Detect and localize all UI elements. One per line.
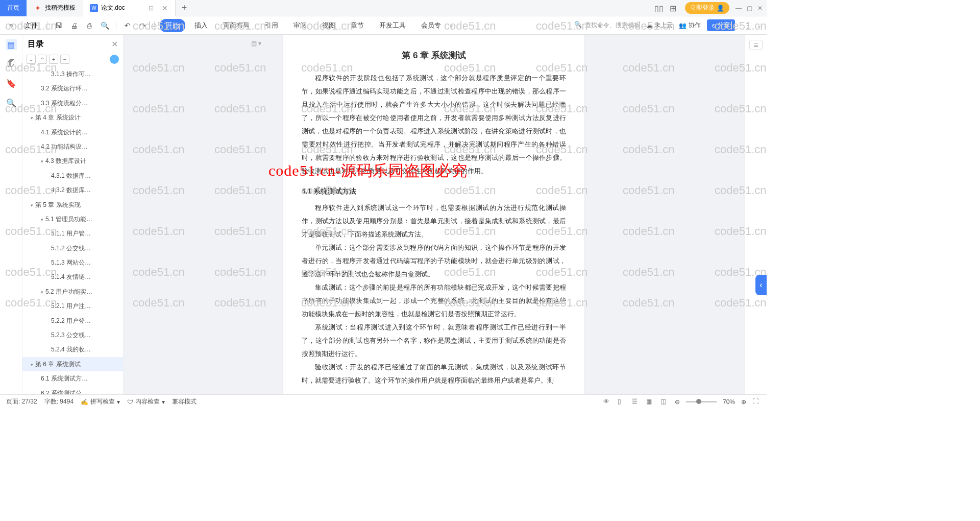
status-right: 👁 ▯ ☰ ▦ ◫ ⊖ 70% ⊕ ⛶: [603, 398, 761, 406]
ribbon-tab-member[interactable]: 会员专: [415, 19, 447, 32]
outline-item[interactable]: 5.1.1 用户管…: [22, 226, 123, 241]
search-icon: 🔍: [574, 21, 582, 30]
outline-item[interactable]: 5.2.1 用户注…: [22, 299, 123, 313]
compat-mode[interactable]: 兼容模式: [172, 397, 197, 406]
apps-icon[interactable]: ⊞: [670, 4, 679, 13]
ribbon-tab-section[interactable]: 章节: [345, 19, 370, 32]
zoom-slider[interactable]: [686, 401, 717, 402]
view-eye-icon[interactable]: 👁: [603, 398, 611, 406]
menu-icon[interactable]: ≡: [5, 19, 17, 32]
outline-item[interactable]: 5.1.3 网站公…: [22, 255, 123, 270]
login-button[interactable]: 立即登录 👤: [685, 2, 729, 14]
view-page-icon[interactable]: ▯: [618, 398, 626, 406]
zoom-in-button[interactable]: ⊕: [741, 398, 746, 406]
collab-button[interactable]: 👥 协作: [679, 21, 701, 30]
file-menu[interactable]: 文件: [20, 21, 42, 30]
outline-item[interactable]: ▾4.3 数据库设计: [22, 154, 123, 168]
bookmark-icon[interactable]: 🔖: [6, 78, 17, 89]
page-indicator[interactable]: 页面: 27/32: [6, 397, 37, 406]
outline-item[interactable]: 3.2 系统运行环…: [22, 81, 123, 96]
outline-item[interactable]: 5.2.2 用户登…: [22, 314, 123, 328]
ribbon-tab-start[interactable]: 开始: [160, 19, 185, 32]
zoom-level[interactable]: 70%: [723, 398, 735, 406]
export-icon[interactable]: 🖨: [68, 19, 80, 32]
outline-header: 目录 ✕: [22, 35, 123, 54]
outline-item[interactable]: ▾5.2 用户功能实…: [22, 285, 123, 299]
clipboard-icon[interactable]: 🗐: [6, 58, 17, 69]
view-web-icon[interactable]: ▦: [646, 398, 654, 406]
minimize-button[interactable]: —: [736, 5, 742, 12]
maximize-button[interactable]: ▢: [747, 5, 752, 12]
outline-item[interactable]: ▾第 6 章 系统测试: [22, 357, 123, 371]
outline-list: 3.1.3 操作可…3.2 系统运行环…3.3 系统流程分…▾第 4 章 系统设…: [22, 67, 123, 394]
command-search[interactable]: 🔍 查找命令、搜索模板: [574, 21, 640, 30]
collapse-all-icon[interactable]: ⌃: [38, 55, 47, 64]
edge-tab[interactable]: ‹: [755, 275, 767, 295]
ribbon-collapse-icon[interactable]: ⌄: [756, 22, 762, 29]
cloud-label: 未上云: [654, 21, 673, 30]
zoom-out-button[interactable]: ⊖: [675, 398, 680, 406]
content-check[interactable]: 🛡内容检查 ▾: [127, 397, 165, 406]
ribbon-tab-view[interactable]: 视图: [316, 19, 341, 32]
tab-home[interactable]: 首页: [0, 0, 27, 16]
outline-item[interactable]: 4.1 系统设计的…: [22, 125, 123, 139]
para: 程序软件的开发阶段也包括了系统测试，这个部分就是程序质量评定的一个重要环节，如果…: [302, 72, 566, 178]
ribbon-menu-icon[interactable]: ⋮: [744, 22, 750, 29]
ribbon-tab-review[interactable]: 审阅: [287, 19, 313, 32]
document-area[interactable]: ▤ ▾ 第 6 章 系统测试 程序软件的开发阶段也包括了系统测试，这个部分就是程…: [124, 35, 744, 394]
undo-icon[interactable]: ↶: [121, 19, 134, 32]
outline-item[interactable]: 5.2.3 公交线…: [22, 328, 123, 342]
outline-item[interactable]: 4.3.2 数据库…: [22, 183, 123, 197]
outline-item[interactable]: 5.1.4 友情链…: [22, 270, 123, 284]
save-icon[interactable]: 🖫: [53, 19, 65, 32]
outline-item[interactable]: 4.3.1 数据库…: [22, 169, 123, 183]
word-count[interactable]: 字数: 9494: [44, 397, 74, 406]
preview-icon[interactable]: 🔍: [99, 19, 111, 32]
para: 单元测试：这个部分需要涉及到程序的代码方面的知识，这个操作环节是程序的开发者进行…: [302, 241, 566, 281]
outline-item[interactable]: 4.2 功能结构设…: [22, 139, 123, 154]
outline-item[interactable]: ▾5.1 管理员功能…: [22, 212, 123, 226]
outline-item[interactable]: 3.1.3 操作可…: [22, 67, 123, 81]
redo-icon[interactable]: ↷: [137, 19, 149, 32]
ribbon-tab-layout[interactable]: 页面布局: [217, 19, 256, 32]
cloud-status[interactable]: ☁ 未上云: [646, 21, 673, 30]
tab-document[interactable]: W 论文.doc ⊡ ✕: [83, 0, 176, 16]
ribbon-tab-insert[interactable]: 插入: [188, 19, 214, 32]
spell-check[interactable]: ✍拼写检查 ▾: [81, 397, 120, 406]
outline-item-label: 5.1 管理员功能…: [45, 216, 92, 223]
window-toggle-icon[interactable]: ⊡: [149, 5, 154, 12]
main-area: ▤ 🗐 🔖 🔍 目录 ✕ ⌄ ⌃ + − 3.1.3 操作可…3.2 系统运行环…: [0, 35, 767, 394]
outline-item[interactable]: 6.2 系统测试分…: [22, 386, 123, 394]
outline-item[interactable]: 6.1 系统测试方…: [22, 371, 123, 386]
panel-toggle-icon[interactable]: ☰: [749, 40, 763, 50]
new-tab-button[interactable]: +: [182, 3, 187, 13]
outline-item[interactable]: 3.3 系统流程分…: [22, 96, 123, 110]
tab-templates[interactable]: ✦ 找稻壳模板: [27, 0, 83, 16]
outline-item[interactable]: 5.2.4 我的收…: [22, 342, 123, 357]
outline-item[interactable]: ▾第 5 章 系统实现: [22, 198, 123, 212]
layout-icon[interactable]: ▯▯: [654, 4, 664, 13]
ribbon-tab-devtools[interactable]: 开发工具: [373, 19, 412, 32]
outline-close-icon[interactable]: ✕: [111, 39, 118, 49]
expand-all-icon[interactable]: ⌄: [27, 55, 36, 64]
share-button[interactable]: ⎋ 分享: [707, 19, 735, 31]
remove-icon[interactable]: −: [60, 55, 69, 64]
fire-icon: ✦: [34, 4, 42, 12]
ribbon-tab-reference[interactable]: 引用: [259, 19, 284, 32]
find-icon[interactable]: 🔍: [6, 97, 17, 108]
more-icon[interactable]: ›: [450, 21, 453, 30]
outline-item[interactable]: 5.1.2 公交线…: [22, 241, 123, 255]
page-tool-icon[interactable]: ▤ ▾: [251, 40, 261, 47]
tab-document-label: 论文.doc: [101, 4, 125, 12]
view-read-icon[interactable]: ☰: [632, 398, 640, 406]
add-icon[interactable]: +: [49, 55, 58, 64]
ruler-icon[interactable]: ◫: [660, 398, 669, 406]
tab-close-icon[interactable]: ✕: [162, 4, 168, 12]
sync-dot-icon[interactable]: [110, 55, 119, 64]
outline-icon[interactable]: ▤: [6, 39, 17, 50]
print-icon[interactable]: ⎙: [83, 19, 95, 32]
outline-item[interactable]: ▾第 4 章 系统设计: [22, 110, 123, 125]
close-button[interactable]: ✕: [757, 5, 763, 12]
fullscreen-icon[interactable]: ⛶: [752, 398, 761, 406]
outline-panel: 目录 ✕ ⌄ ⌃ + − 3.1.3 操作可…3.2 系统运行环…3.3 系统流…: [22, 35, 124, 394]
